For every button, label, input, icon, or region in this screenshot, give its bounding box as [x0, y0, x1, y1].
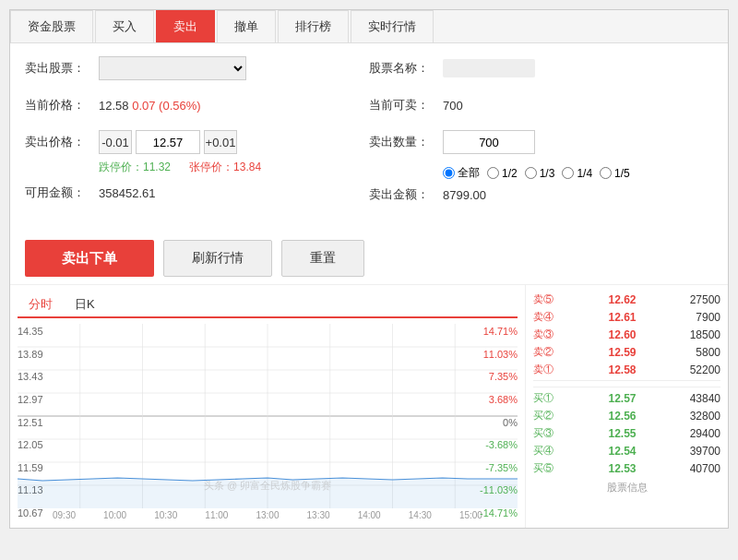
y-labels-right: 14.71% 11.03% 7.35% 3.68% 0% -3.68% -7.3… [471, 324, 518, 520]
current-price-value: 12.58 [99, 99, 129, 113]
ratio-group: 全部 1/2 1/3 1/4 1/5 [369, 165, 713, 181]
limit-rise: 张停价：13.84 [189, 160, 261, 175]
refresh-button[interactable]: 刷新行情 [163, 240, 272, 277]
depth-buy-3: 买③ 12.55 29400 [533, 424, 720, 442]
sell-order-button[interactable]: 卖出下单 [25, 240, 154, 277]
price-change-value: 0.07 [132, 99, 155, 113]
depth-footer: 股票信息 [533, 481, 720, 494]
available-amount-row: 可用金额： 358452.61 [25, 179, 369, 207]
stock-name-value [443, 59, 535, 77]
sell-qty-label: 卖出数量： [369, 134, 443, 150]
ratio-third[interactable]: 1/3 [525, 167, 555, 180]
depth-sell-2: 卖② 12.59 5800 [533, 343, 720, 361]
limit-fall: 跌停价：11.32 [99, 160, 171, 175]
stock-name-label: 股票名称： [369, 60, 443, 77]
available-sell-label: 当前可卖： [369, 97, 443, 113]
available-sell-value: 700 [443, 99, 463, 113]
x-labels: 09:30 10:00 10:30 11:00 13:00 13:30 14:0… [18, 508, 518, 520]
price-increase-btn[interactable]: +0.01 [204, 130, 237, 154]
available-sell-row: 当前可卖： 700 [369, 91, 713, 119]
price-input-group: -0.01 +0.01 [99, 130, 237, 154]
available-amount-value: 358452.61 [99, 186, 155, 200]
depth-sell-3: 卖③ 12.60 18500 [533, 326, 720, 343]
depth-section: 卖⑤ 12.62 27500 卖④ 12.61 7900 卖③ 12.60 18… [525, 285, 728, 528]
chart-wrapper: 14.35 13.89 13.43 12.97 12.51 12.05 11.5… [18, 324, 518, 520]
tab-realtime[interactable]: 实时行情 [351, 10, 434, 42]
depth-buy-5: 买⑤ 12.53 40700 [533, 459, 720, 477]
current-price-row: 当前价格： 12.58 0.07 (0.56%) [25, 91, 369, 119]
sell-stock-select[interactable] [99, 56, 246, 80]
sell-amount-row: 卖出金额： 8799.00 [369, 181, 713, 209]
sell-stock-row: 卖出股票： [25, 54, 369, 82]
tab-sell[interactable]: 卖出 [156, 10, 215, 42]
current-price-label: 当前价格： [25, 97, 99, 113]
bottom-area: 分时 日K 14.35 13.89 13.43 12.97 12.51 12.0… [10, 284, 728, 528]
ratio-all[interactable]: 全部 [443, 165, 480, 181]
depth-sell-5: 卖⑤ 12.62 27500 [533, 291, 720, 308]
price-input[interactable] [136, 130, 200, 154]
ratio-quarter[interactable]: 1/4 [562, 167, 592, 180]
sell-amount-label: 卖出金额： [369, 186, 443, 203]
chart-tabs: 分时 日K [18, 292, 518, 318]
chart-section: 分时 日K 14.35 13.89 13.43 12.97 12.51 12.0… [10, 285, 525, 528]
depth-divider [533, 380, 720, 387]
nav-tabs: 资金股票 买入 卖出 撤单 排行榜 实时行情 [10, 10, 728, 43]
sell-amount-value: 8799.00 [443, 188, 486, 202]
tab-capital[interactable]: 资金股票 [10, 10, 93, 42]
sell-price-label: 卖出价格： [25, 134, 99, 150]
tab-daily[interactable]: 日K [64, 292, 106, 316]
sell-qty-row: 卖出数量： [369, 128, 713, 156]
action-buttons: 卖出下单 刷新行情 重置 [10, 240, 728, 277]
ratio-fifth[interactable]: 1/5 [600, 167, 630, 180]
depth-sell-4: 卖④ 12.61 7900 [533, 308, 720, 326]
limit-prices: 跌停价：11.32 张停价：13.84 [25, 160, 369, 175]
depth-buy-2: 买② 12.56 32800 [533, 407, 720, 424]
sell-qty-input[interactable] [443, 130, 535, 154]
available-amount-label: 可用金额： [25, 185, 99, 201]
tab-order[interactable]: 撤单 [217, 10, 276, 42]
watermark: 头条 @ 卯富全民炼股争霸赛 [204, 479, 331, 493]
reset-button[interactable]: 重置 [281, 240, 364, 277]
stock-name-row: 股票名称： [369, 54, 713, 82]
price-change-pct: (0.56%) [159, 99, 201, 113]
depth-sell-1: 卖① 12.58 52200 [533, 361, 720, 378]
form-area: 卖出股票： 当前价格： 12.58 0.07 (0.56%) [10, 43, 728, 229]
tab-buy[interactable]: 买入 [95, 10, 154, 42]
sell-price-row: 卖出价格： -0.01 +0.01 [25, 128, 369, 156]
price-decrease-btn[interactable]: -0.01 [99, 130, 132, 154]
ratio-half[interactable]: 1/2 [487, 167, 518, 180]
depth-buy-4: 买④ 12.54 39700 [533, 442, 720, 459]
depth-buy-1: 买① 12.57 43840 [533, 389, 720, 407]
sell-stock-label: 卖出股票： [25, 60, 99, 77]
tab-ranking[interactable]: 排行榜 [278, 10, 349, 42]
tab-minute[interactable]: 分时 [18, 292, 64, 318]
